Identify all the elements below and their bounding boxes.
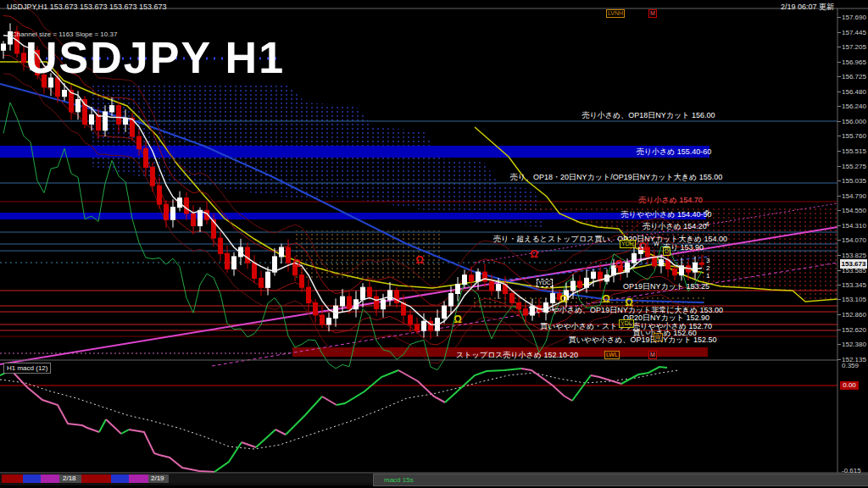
macd-main-line [275, 430, 286, 435]
price-axis-label: 156.240 [842, 103, 867, 110]
price-axis-label: 157.445 [842, 29, 867, 36]
price-axis-label: 153.585 [842, 267, 867, 274]
omega-marker-yellow: Ω [559, 293, 568, 305]
candle-body [307, 287, 311, 302]
candle-body [571, 281, 576, 291]
timeline-bar[interactable]: macd 15s 2/182/19 [0, 474, 868, 485]
price-axis-label: 152.620 [842, 326, 867, 334]
chart-title-ohlc: USDJPY,H1 153.673 153.673 153.673 153.67… [7, 3, 167, 11]
candle-body [442, 306, 447, 319]
candle-body [381, 300, 386, 309]
macd-current-value-box: 0.00 [840, 381, 859, 390]
omega-marker-red: Ω [415, 254, 424, 266]
level-annotation: 売り・超えるとストップロス買い、OP20日NYカット大きめ 154.00 [493, 235, 727, 243]
timeline-date-label: 2/18 [63, 474, 76, 482]
omega-marker-yellow: Ω [602, 293, 610, 305]
candle-body [97, 115, 101, 130]
axis-tick [837, 121, 841, 122]
candle-body [273, 257, 277, 272]
candle-body [219, 238, 223, 253]
candle-body [497, 285, 501, 291]
macd-main-line [106, 419, 121, 434]
price-axis-label: 156.965 [842, 58, 867, 66]
candle-body [517, 302, 521, 308]
price-axis-label: 155.515 [842, 147, 867, 155]
timeline-date-label: 2/19 [151, 474, 164, 482]
marker-box: LVNH [606, 9, 625, 18]
horizontal-scrollbar[interactable]: macd 15s [373, 474, 868, 486]
axis-tick [837, 270, 841, 271]
candle-body [158, 186, 162, 204]
candle-body [490, 281, 494, 291]
candle-body [463, 275, 467, 285]
axis-tick [837, 136, 841, 136]
candle-body [76, 99, 81, 111]
axis-tick [837, 62, 841, 63]
macd-main-line [11, 370, 99, 432]
candle-body [476, 272, 481, 281]
candle-body [592, 272, 596, 278]
marker-box: YDL [619, 319, 634, 328]
axis-tick [837, 225, 841, 226]
candle-body [280, 247, 284, 257]
omega-marker-red: Ω [615, 258, 623, 270]
candle-body [300, 275, 304, 288]
candle-body [144, 149, 148, 168]
price-axis-label: 154.310 [842, 222, 867, 230]
price-axis-label: 156.480 [842, 88, 867, 96]
level-number: 1 [706, 272, 709, 280]
candle-body [63, 91, 67, 97]
candle-body [693, 263, 698, 272]
candle-body [510, 294, 515, 303]
macd-main-line [256, 430, 275, 447]
price-axis-label: 155.760 [842, 132, 867, 140]
macd-indicator-label: H1 macd (12) [3, 363, 51, 374]
macd-main-line [572, 375, 591, 401]
axis-tick [837, 344, 841, 345]
macd-main-line [121, 430, 129, 434]
timeline-segment [41, 474, 59, 483]
price-axis-label: 152.860 [842, 311, 867, 319]
candle-body [259, 278, 264, 287]
candle-body [117, 106, 121, 125]
marker-box: W [653, 241, 660, 247]
price-zone-band [0, 146, 709, 158]
candle-body [110, 106, 114, 112]
axis-tick [837, 92, 841, 92]
candle-body [103, 112, 108, 130]
candle-body [320, 315, 325, 324]
level-annotation: 売り小さめ 155.40-60 [637, 147, 712, 156]
candle-body [578, 281, 582, 287]
macd-main-line [621, 367, 667, 384]
marker-box: M [648, 351, 657, 359]
axis-tick [837, 240, 841, 241]
price-zone-band [0, 213, 706, 219]
axis-tick [837, 180, 841, 181]
update-timestamp: 2/19 06:07 更新 [781, 2, 834, 13]
price-axis-label: 156.725 [842, 73, 867, 80]
price-axis-label: 154.550 [842, 207, 867, 214]
candle-body [449, 294, 453, 307]
timeline-segment [81, 474, 111, 483]
candle-body [90, 115, 94, 125]
price-axis-label: 153.345 [842, 281, 867, 289]
marker-box: W [654, 333, 663, 341]
axis-tick [837, 210, 841, 211]
candle-body [198, 210, 203, 225]
price-axis-label: 156.000 [842, 118, 867, 125]
level-annotation: 売り小さめ、OP18日NYカット 156.00 [582, 111, 715, 119]
price-axis-label: 154.790 [842, 192, 867, 200]
axis-tick [837, 285, 841, 286]
price-axis-label: 153.105 [842, 296, 867, 303]
price-axis-label: 154.070 [842, 236, 867, 244]
scrollbar-indicator-text: macd 15s [384, 476, 414, 484]
macd-main-line [214, 442, 242, 472]
candle-body [368, 287, 372, 297]
axis-tick [837, 166, 841, 167]
candle-body [2, 44, 6, 50]
candle-body [232, 257, 236, 269]
candle-body [225, 253, 230, 269]
macd-signal-line [0, 370, 678, 449]
axis-tick [837, 330, 841, 330]
axis-tick [837, 47, 841, 47]
